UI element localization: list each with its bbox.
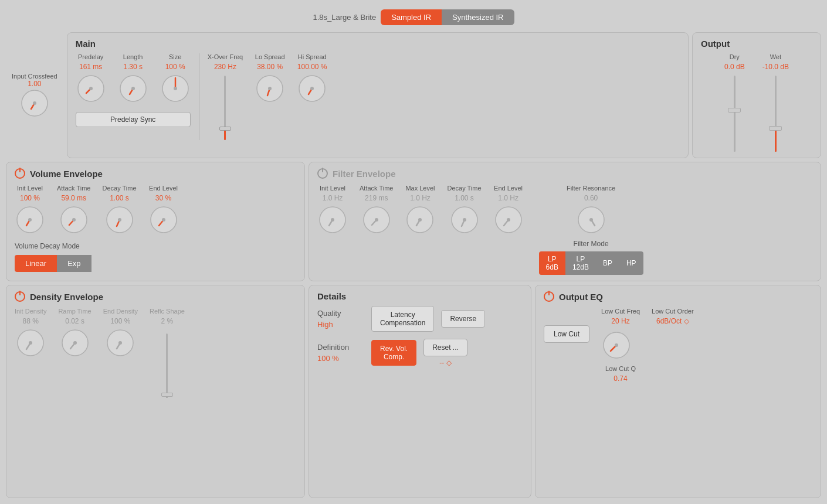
bp-button[interactable]: BP (596, 251, 619, 275)
filter-end-level-label: End Level (494, 185, 523, 192)
filter-envelope-knobs: Init Level 1.0 Hz Attack Time 219 ms (317, 185, 524, 235)
low-cut-freq-section: Low Cut Freq 20 Hz Low Cut Q 0.74 (601, 308, 640, 383)
filter-envelope-title: Filter Envelope (333, 169, 396, 179)
lp12db-button[interactable]: LP12dB (565, 251, 596, 275)
vol-end-level-value: 30 % (155, 194, 171, 202)
length-label: Length (123, 53, 143, 60)
filter-envelope-power[interactable] (317, 168, 328, 179)
vol-init-level-value: 100 % (20, 194, 40, 202)
dry-value: 0.0 dB (724, 63, 745, 71)
filter-envelope-panel: Filter Envelope Init Level 1.0 Hz Attack… (309, 162, 821, 281)
filter-max-level-knob[interactable] (405, 205, 435, 235)
svg-point-31 (589, 218, 593, 222)
filter-mode-section: Filter Mode LP6dB LP12dB BP HP (539, 240, 643, 275)
wet-slider-fill (775, 128, 777, 152)
rev-vol-comp-button[interactable]: Rev. Vol.Comp. (371, 340, 416, 366)
xover-slider-thumb[interactable] (219, 127, 231, 131)
lo-spread-knob[interactable] (255, 73, 285, 104)
filter-resonance-value: 0.60 (584, 194, 598, 202)
latency-compensation-button[interactable]: LatencyCompensation (371, 306, 434, 332)
hi-spread-knob-container: Hi Spread 100.00 % (297, 53, 327, 104)
svg-point-1 (33, 101, 36, 105)
filter-attack-time-knob[interactable] (361, 205, 392, 235)
svg-point-19 (162, 218, 165, 222)
ramp-time-knob[interactable] (60, 328, 90, 358)
predelay-sync-button[interactable]: Predelay Sync (76, 112, 191, 127)
end-density-knob[interactable] (105, 328, 135, 358)
size-value: 100 % (165, 63, 185, 71)
filter-end-level-knob[interactable] (493, 205, 524, 235)
filter-resonance-label: Filter Resonance (567, 185, 615, 192)
filter-decay-time-knob[interactable] (449, 205, 480, 235)
reflc-slider-track[interactable] (166, 333, 168, 398)
low-cut-button[interactable]: Low Cut (544, 325, 589, 343)
xover-slider-track[interactable] (224, 76, 226, 140)
vol-init-level-knob[interactable] (15, 205, 45, 235)
low-cut-freq-value: 20 Hz (601, 317, 640, 325)
vol-attack-time-value: 59.0 ms (61, 194, 86, 202)
filter-max-level-label: Max Level (405, 185, 435, 192)
vol-end-level-knob[interactable] (148, 205, 179, 235)
vol-decay-time-knob[interactable] (104, 205, 135, 235)
init-density-knob[interactable] (15, 328, 46, 358)
volume-envelope-panel: Volume Envelope Init Level 100 % Attack … (6, 162, 305, 281)
vol-decay-time-label: Decay Time (102, 185, 136, 192)
end-density-value: 100 % (110, 317, 130, 325)
predelay-knob-container: Predelay 161 ms (76, 53, 106, 104)
svg-point-3 (89, 87, 93, 90)
filter-envelope-header: Filter Envelope (317, 168, 812, 179)
xover-freq-label: X-Over Freq (208, 53, 243, 60)
low-cut-order-label: Low Cut Order (652, 308, 694, 315)
lp6db-button[interactable]: LP6dB (539, 251, 565, 275)
reverse-button[interactable]: Reverse (441, 310, 485, 328)
wet-value: -10.0 dB (762, 63, 789, 71)
filter-init-level-knob[interactable] (317, 205, 348, 235)
svg-point-27 (463, 218, 466, 222)
size-knob[interactable] (160, 73, 191, 104)
density-envelope-power[interactable] (15, 291, 25, 302)
input-crossfeed-knob[interactable] (19, 88, 50, 118)
reflc-shape-label: Reflc Shape (150, 308, 185, 315)
low-cut-freq-knob[interactable] (601, 330, 632, 360)
low-cut-order-value: 6dB/Oct ◇ (652, 317, 694, 325)
hi-spread-knob[interactable] (297, 73, 327, 104)
dry-label: Dry (730, 53, 740, 60)
filter-init-level-label: Init Level (320, 185, 345, 192)
svg-point-7 (174, 87, 177, 90)
vol-init-level-label: Init Level (17, 185, 43, 192)
filter-resonance-knob[interactable] (576, 205, 606, 235)
init-density-value: 88 % (23, 317, 39, 325)
synthesized-ir-button[interactable]: Synthesized IR (442, 9, 514, 25)
density-content: Init Density 88 % Ramp Time 0.02 s End D… (15, 308, 296, 398)
predelay-knob[interactable] (76, 73, 106, 104)
length-knob[interactable] (118, 73, 148, 104)
reset-button[interactable]: Reset ... (423, 339, 467, 356)
length-knob-container: Length 1.30 s (118, 53, 148, 104)
hp-button[interactable]: HP (619, 251, 643, 275)
lo-spread-knob-container: Lo Spread 38.00 % (255, 53, 285, 104)
svg-point-11 (310, 87, 314, 90)
dry-slider-thumb[interactable] (728, 108, 741, 113)
low-cut-q-label: Low Cut Q (601, 365, 640, 372)
reflc-slider-thumb[interactable] (161, 393, 173, 397)
linear-button[interactable]: Linear (15, 255, 57, 272)
wet-slider-track[interactable] (775, 76, 777, 152)
vol-end-level-container: End Level 30 % (148, 185, 179, 235)
init-density-label: Init Density (15, 308, 46, 315)
sampled-ir-button[interactable]: Sampled IR (381, 9, 442, 25)
main-right-knobs: X-Over Freq 230 Hz Lo Spread 38.00 % (208, 53, 328, 140)
vol-envelope-power[interactable] (15, 168, 25, 179)
output-eq-power[interactable] (544, 291, 554, 302)
vol-init-level-container: Init Level 100 % (15, 185, 45, 235)
svg-point-35 (73, 341, 77, 345)
lo-spread-label: Lo Spread (255, 53, 285, 60)
ir-mode-group: Sampled IR Synthesized IR (381, 9, 514, 25)
exp-button[interactable]: Exp (57, 255, 91, 272)
svg-point-29 (507, 218, 510, 222)
dry-slider-track[interactable] (734, 76, 736, 152)
filter-decay-time-container: Decay Time 1.00 s (447, 185, 481, 235)
wet-slider-thumb[interactable] (769, 126, 782, 131)
density-envelope-header: Density Envelope (15, 291, 296, 302)
wet-slider-container: Wet -10.0 dB (762, 53, 789, 152)
vol-attack-time-knob[interactable] (59, 205, 89, 235)
